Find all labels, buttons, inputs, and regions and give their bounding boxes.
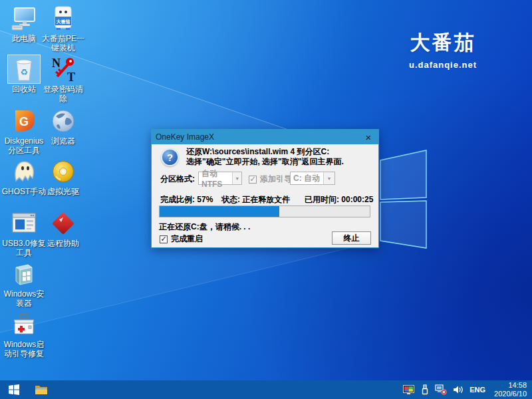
message-line-1: 还原W:\sources\install.wim 4 到分区C:: [186, 147, 344, 157]
ghost-icon: [11, 158, 37, 185]
svg-text:N: N: [52, 57, 61, 70]
usb-device-icon[interactable]: [420, 384, 429, 395]
svg-text:G: G: [19, 115, 29, 128]
desktop-icon-password-clear[interactable]: N T 登录密码清除: [41, 55, 86, 104]
start-button[interactable]: [0, 380, 28, 399]
icon-label: 远程协助: [41, 239, 86, 248]
desktop-icon-ghost[interactable]: GHOST手动: [1, 157, 47, 196]
brand-block: 大番茄 u.dafanqie.net: [400, 29, 486, 70]
nt-key-icon: N T: [50, 56, 76, 82]
dialog-titlebar[interactable]: OneKey ImageX ×: [152, 130, 378, 144]
win-installer-box-icon: [11, 261, 37, 287]
dialog-message: 还原W:\sources\install.wim 4 到分区C: 选择"确定"立…: [186, 147, 344, 167]
chevron-down-icon: ▼: [323, 172, 334, 184]
abort-button[interactable]: 终止: [332, 231, 371, 245]
status-label: 状态: 正在释放文件: [221, 194, 290, 205]
desktop-icon-boot-repair[interactable]: Windows启动引导修复: [1, 310, 47, 359]
icon-label: 大番茄PE一键装机: [41, 34, 86, 53]
display-settings-icon[interactable]: [403, 385, 414, 395]
browser-globe-icon: [51, 108, 76, 134]
progress-bar: [159, 205, 370, 217]
icon-label: Windows安装器: [1, 289, 47, 309]
add-boot-label: 添加引导: [260, 174, 292, 185]
desktop-icon-diskgenius[interactable]: G Diskgenius分区工具: [1, 106, 47, 156]
icon-label: 浏览器: [41, 136, 86, 146]
svg-text:T: T: [67, 70, 75, 82]
elapsed-time-label: 已用时间: 00:00:25: [305, 194, 373, 205]
volume-icon[interactable]: [453, 385, 464, 394]
icon-label: 此电脑: [1, 34, 47, 43]
desktop-icon-usb3-fix[interactable]: USB3.0修复工具: [1, 209, 47, 258]
desktop-icon-virtual-cd[interactable]: 虚拟光驱: [41, 157, 86, 196]
file-explorer-button[interactable]: [28, 380, 55, 399]
icon-label: 登录密码清除: [41, 84, 86, 104]
partition-format-label: 分区格式:: [160, 174, 195, 185]
usb3-window-icon: [11, 211, 37, 235]
desktop-icon-this-pc[interactable]: 此电脑: [1, 4, 47, 43]
dialog-title: OneKey ImageX: [156, 132, 214, 142]
desktop: 大番茄 u.dafanqie.net 此电脑 大番茄 大番茄PE一键装机: [0, 0, 532, 399]
system-tray: ENG 14:58 2020/6/10: [403, 381, 532, 398]
icon-label: Windows启动引导修复: [1, 340, 47, 359]
recycle-symbol-icon: ♻: [20, 67, 28, 77]
icon-label: GHOST手动: [1, 187, 47, 196]
chevron-down-icon: ▼: [232, 172, 241, 184]
desktop-icon-dafanqie-pe[interactable]: 大番茄 大番茄PE一键装机: [41, 4, 86, 53]
taskbar-clock[interactable]: 14:58 2020/6/10: [494, 381, 527, 398]
desktop-icon-recycle-bin[interactable]: ♻ 回收站: [1, 55, 47, 94]
format-combobox[interactable]: 自动 NTFS ▼: [198, 172, 242, 185]
add-boot-checkbox[interactable]: [249, 176, 257, 184]
icon-label: 回收站: [1, 84, 47, 94]
boot-repair-kit-icon: [11, 311, 37, 338]
clock-date: 2020/6/10: [494, 390, 527, 398]
restore-status-line: 正在还原C:盘，请稍候. . .: [159, 221, 250, 233]
this-pc-icon: [11, 5, 37, 32]
cd-disc-icon: [51, 159, 76, 184]
target-combobox-value: C: 自动: [291, 173, 320, 184]
remote-assist-icon: [50, 210, 76, 237]
progress-fill: [160, 206, 279, 217]
reboot-label: 完成重启: [171, 233, 203, 245]
diskgenius-icon: G: [11, 108, 37, 134]
brand-url: u.dafanqie.net: [400, 60, 486, 70]
desktop-icon-remote-assist[interactable]: 远程协助: [41, 209, 86, 248]
icon-label: Diskgenius分区工具: [1, 136, 47, 156]
format-combobox-value: 自动 NTFS: [199, 168, 232, 189]
recycle-bin-icon: ♻: [12, 57, 36, 82]
desktop-icon-win-installer[interactable]: Windows安装器: [1, 259, 47, 309]
clock-time: 14:58: [494, 381, 527, 390]
message-line-2: 选择"确定"立即开始, 选择"取消"返回主界面.: [186, 157, 344, 167]
brand-title: 大番茄: [400, 29, 486, 57]
reboot-checkbox-row[interactable]: 完成重启: [160, 233, 203, 245]
onekey-imagex-dialog: OneKey ImageX × ? 还原W:\sources\install.w…: [151, 129, 379, 248]
close-icon[interactable]: ×: [362, 132, 374, 142]
dafanqie-pe-icon: 大番茄: [50, 5, 76, 32]
svg-text:大番茄: 大番茄: [57, 19, 70, 25]
question-mark-icon: ?: [161, 148, 179, 166]
folder-icon: [35, 384, 48, 396]
windows-logo-icon: [9, 384, 19, 395]
icon-label: 虚拟光驱: [41, 187, 86, 196]
target-partition-combobox[interactable]: C: 自动 ▼: [290, 172, 335, 185]
icon-label: USB3.0修复工具: [1, 239, 47, 258]
progress-percent-label: 完成比例: 57%: [160, 194, 213, 205]
taskbar: ENG 14:58 2020/6/10: [0, 380, 532, 399]
add-boot-checkbox-row[interactable]: 添加引导: [249, 174, 292, 185]
network-error-icon[interactable]: [435, 384, 447, 395]
desktop-icon-browser[interactable]: 浏览器: [41, 106, 86, 146]
reboot-checkbox[interactable]: [160, 235, 168, 243]
language-indicator[interactable]: ENG: [469, 386, 485, 394]
